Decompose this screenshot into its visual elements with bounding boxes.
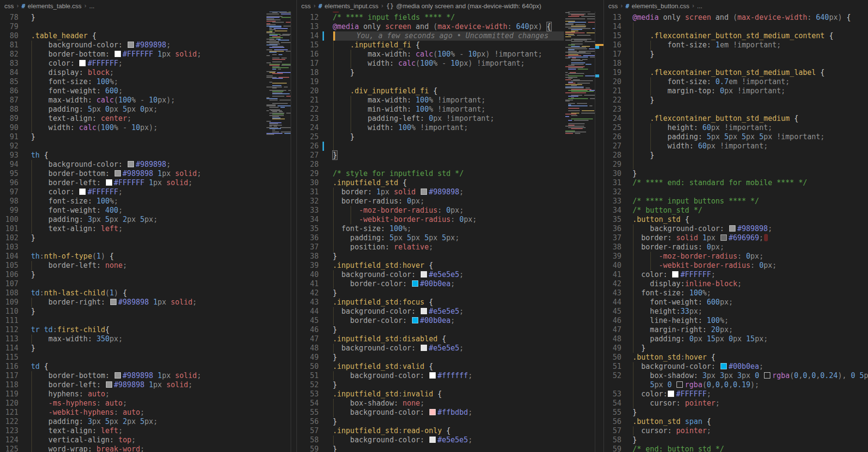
code-line[interactable]: 42 display:inline-block; [604, 279, 868, 289]
line-number[interactable]: 37 [297, 243, 319, 252]
line-number[interactable]: 37 [604, 233, 621, 243]
code-line[interactable]: 123 text-align: left; [0, 426, 265, 436]
code-line[interactable]: 100 padding: 3px 5px 2px 5px; [0, 215, 265, 224]
line-number[interactable]: 14 [297, 31, 319, 41]
line-number[interactable]: 120 [0, 399, 18, 408]
code-line[interactable]: 80.table_header { [0, 31, 265, 41]
code-line[interactable]: 47.inputfield_std:disabled { [297, 335, 564, 344]
line-number[interactable]: 56 [604, 417, 621, 426]
code-line[interactable]: 48 background-color: #e5e5e5; [297, 344, 564, 353]
line-number[interactable]: 109 [0, 298, 18, 307]
line-number[interactable]: 31 [297, 188, 319, 197]
line-number[interactable]: 22 [604, 96, 621, 105]
line-number[interactable]: 100 [0, 215, 18, 224]
line-number[interactable]: 54 [604, 399, 621, 408]
line-number[interactable]: 49 [604, 344, 621, 353]
line-number[interactable]: 35 [604, 215, 621, 224]
line-number[interactable]: 117 [0, 371, 18, 380]
line-number[interactable]: 52 [297, 380, 319, 390]
code-line[interactable]: 56.button_std span { [604, 417, 868, 426]
code-line[interactable]: 25 } [297, 132, 564, 142]
overview-ruler[interactable] [595, 0, 603, 452]
code-line[interactable]: 18 [604, 59, 868, 68]
code-line[interactable]: 24 width: 100% !important; [297, 123, 564, 132]
code-line[interactable]: 13@media only screen and (max-device-wid… [604, 13, 868, 22]
code-line[interactable]: 17 } [604, 50, 868, 59]
code-line[interactable]: 39.inputfield_std:hover { [297, 261, 564, 270]
line-number[interactable]: 41 [297, 279, 319, 289]
line-number[interactable]: 18 [604, 59, 621, 68]
code-line[interactable]: 115 [0, 353, 265, 362]
line-number[interactable]: 99 [0, 206, 18, 215]
line-number[interactable]: 83 [0, 59, 18, 68]
code-line[interactable]: 86 font-weight: 600; [0, 87, 265, 96]
code-line[interactable]: 96 border-left: #FFFFFF 1px solid; [0, 178, 265, 188]
line-number[interactable]: 17 [297, 59, 319, 68]
line-number[interactable]: 119 [0, 390, 18, 399]
minimap[interactable] [564, 0, 595, 452]
line-number[interactable]: 51 [604, 362, 621, 371]
line-number[interactable]: 24 [297, 123, 319, 132]
code-line[interactable]: 36 padding: 5px 5px 5px 5px; [297, 233, 564, 243]
code-line[interactable]: 55} [604, 408, 868, 417]
line-number[interactable]: 102 [0, 233, 18, 243]
line-number[interactable]: 15 [604, 31, 621, 41]
line-number[interactable]: 34 [297, 215, 319, 224]
code-line[interactable]: 52} [297, 380, 564, 390]
line-number[interactable]: 88 [0, 105, 18, 114]
code-line[interactable]: 43 font-size: 100%; [604, 289, 868, 298]
code-line[interactable]: 54 cursor: pointer; [604, 399, 868, 408]
code-line[interactable]: 114} [0, 344, 265, 353]
line-number[interactable]: 46 [604, 316, 621, 325]
code-line[interactable]: 109 border-right: #989898 1px solid; [0, 298, 265, 307]
line-number[interactable]: 19 [604, 68, 621, 77]
line-number[interactable]: 39 [604, 252, 621, 261]
code-line[interactable]: 79 [0, 22, 265, 31]
code-line[interactable]: 21 margin-top: 0px !important; [604, 87, 868, 96]
line-number[interactable]: 89 [0, 114, 18, 123]
breadcrumb-item[interactable]: css [608, 2, 618, 10]
code-line[interactable]: 19 [297, 77, 564, 87]
code-line[interactable]: 38 border-radius: 0px; [604, 243, 868, 252]
color-swatch-icon[interactable] [421, 345, 427, 351]
line-number[interactable]: 48 [604, 335, 621, 344]
line-number[interactable]: 20 [604, 77, 621, 87]
line-number[interactable]: 50 [604, 353, 621, 362]
line-number[interactable]: 45 [604, 307, 621, 316]
color-swatch-icon[interactable] [429, 409, 436, 415]
code-line[interactable]: 110} [0, 307, 265, 316]
line-number[interactable]: 52 [604, 371, 621, 380]
line-number[interactable]: 12 [297, 13, 319, 22]
code-line[interactable]: 26 padding: 5px 5px 5px 5px !important; [604, 132, 868, 142]
code-line[interactable]: 53.inputfield_std:invalid { [297, 390, 564, 399]
line-number[interactable]: 21 [297, 96, 319, 105]
line-number[interactable]: 27 [297, 151, 319, 160]
code-line[interactable]: 116td { [0, 362, 265, 371]
line-number[interactable]: 104 [0, 252, 18, 261]
line-number[interactable]: 23 [297, 114, 319, 123]
line-number[interactable]: 35 [297, 224, 319, 233]
code-line[interactable]: 54 box-shadow: none; [297, 399, 564, 408]
line-number[interactable]: 33 [297, 206, 319, 215]
line-number[interactable]: 41 [604, 270, 621, 279]
code-line[interactable]: 29/* style for inputfield std */ [297, 169, 564, 178]
line-number[interactable]: 45 [297, 316, 319, 325]
line-number[interactable]: 80 [0, 31, 18, 41]
code-line[interactable]: 35.button_std { [604, 215, 868, 224]
code-line[interactable]: 119 hyphens: auto; [0, 390, 265, 399]
line-number[interactable]: 40 [297, 270, 319, 279]
code-line[interactable]: 16 font-size: 1em !important; [604, 41, 868, 50]
line-number[interactable]: 57 [604, 426, 621, 436]
breadcrumb-item[interactable]: css [4, 2, 14, 10]
code-line[interactable]: 124 vertical-align: top; [0, 436, 265, 445]
code-line[interactable]: 82 border-bottom: #FFFFFF 1px solid; [0, 50, 265, 59]
code-line[interactable]: 91} [0, 132, 265, 142]
code-line[interactable]: 57.inputfield_std:read-only { [297, 426, 564, 436]
line-number[interactable]: 40 [604, 261, 621, 270]
color-swatch-icon[interactable] [128, 161, 134, 167]
line-number[interactable]: 29 [604, 160, 621, 169]
breadcrumb-item[interactable]: {}@media only screen and (max-device-wid… [386, 2, 542, 10]
code-line[interactable]: 121 -webkit-hyphens: auto; [0, 408, 265, 417]
line-number[interactable]: 58 [604, 436, 621, 445]
line-number[interactable]: 14 [604, 22, 621, 31]
